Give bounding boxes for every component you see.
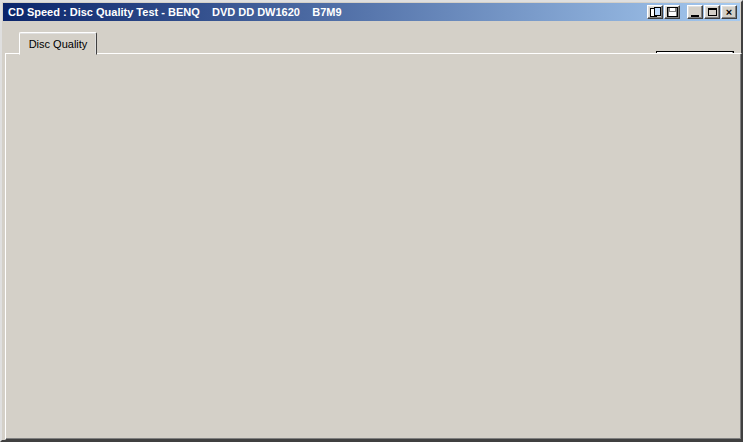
save-icon [667, 7, 678, 17]
tab-label: Disc Quality [29, 38, 88, 50]
window-title: CD Speed : Disc Quality Test - BENQ DVD … [3, 6, 647, 18]
minimize-button[interactable] [687, 5, 703, 19]
app-window: CD Speed : Disc Quality Test - BENQ DVD … [0, 0, 743, 442]
tab-disc-quality[interactable]: Disc Quality [19, 32, 97, 55]
titlebar-buttons: × [647, 5, 740, 19]
maximize-icon [708, 8, 717, 16]
titlebar: CD Speed : Disc Quality Test - BENQ DVD … [3, 3, 740, 21]
minimize-icon [691, 15, 699, 17]
close-icon: × [726, 7, 732, 17]
report-icon [650, 7, 661, 17]
report-button[interactable] [647, 5, 663, 19]
tab-page [5, 53, 742, 440]
save-button[interactable] [664, 5, 680, 19]
close-button[interactable]: × [721, 5, 737, 19]
maximize-button[interactable] [704, 5, 720, 19]
